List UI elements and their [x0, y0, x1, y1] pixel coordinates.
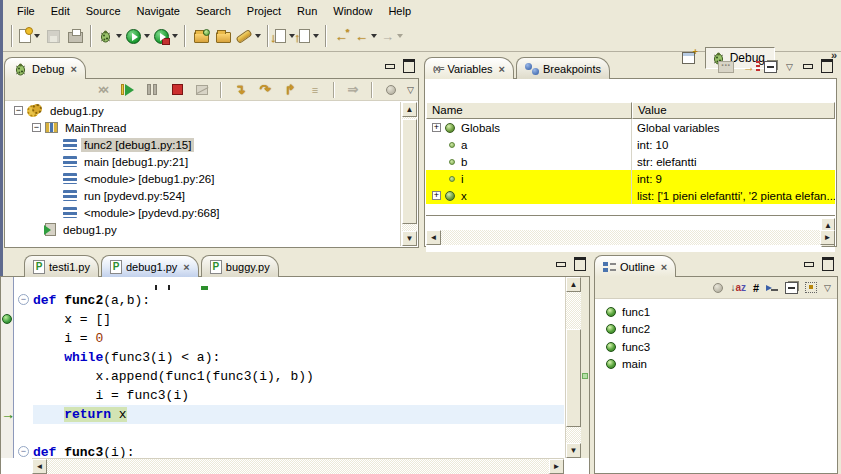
code-line[interactable]: def func3(i):: [33, 443, 564, 458]
remove-all-terminated-button[interactable]: ××: [93, 81, 111, 99]
expander-icon[interactable]: +: [432, 191, 441, 200]
menu-help[interactable]: Help: [380, 3, 419, 19]
step-into-button[interactable]: ↴: [231, 81, 249, 99]
show-logical-structure-icon[interactable]: →: [743, 60, 755, 74]
drop-to-frame-button[interactable]: ≡: [306, 81, 324, 99]
minimize-button[interactable]: [383, 59, 396, 70]
chevron-down-icon[interactable]: [255, 34, 261, 38]
menu-file[interactable]: File: [9, 3, 43, 19]
link-with-editor-icon[interactable]: [805, 282, 817, 293]
scroll-down-button[interactable]: ▼: [402, 231, 417, 246]
chevron-down-icon[interactable]: [144, 34, 150, 38]
outline-item-func2[interactable]: func2: [596, 321, 836, 339]
code-line[interactable]: x = []: [33, 310, 564, 329]
editor-tab-buggy-py[interactable]: Pbuggy.py: [201, 255, 279, 277]
debug-tree-row[interactable]: debug1.py: [6, 221, 400, 238]
variables-horizontal-scrollbar[interactable]: ◄ ►: [426, 229, 835, 245]
view-menu-icon[interactable]: ▽: [407, 85, 414, 95]
forward-button[interactable]: →: [379, 24, 405, 48]
chevron-down-icon[interactable]: [172, 34, 178, 38]
disconnect-button[interactable]: [193, 81, 211, 99]
open-resource-button[interactable]: [212, 24, 234, 48]
outline-misc-icon[interactable]: [713, 283, 723, 293]
maximize-button[interactable]: [821, 257, 834, 268]
close-icon[interactable]: ×: [183, 262, 189, 272]
debug-tree-row[interactable]: func2 [debug1.py:15]: [6, 136, 400, 153]
code-line[interactable]: x.append(func1(func3(i), b)): [33, 367, 564, 386]
code-line[interactable]: [33, 424, 564, 443]
debug-tree-scrollbar[interactable]: ▲ ▼: [400, 102, 417, 246]
code-line[interactable]: i = func3(i): [33, 386, 564, 405]
terminate-button[interactable]: [168, 81, 186, 99]
chevron-down-icon[interactable]: [116, 34, 122, 38]
column-header-name[interactable]: Name: [426, 102, 632, 119]
menu-edit[interactable]: Edit: [43, 3, 78, 19]
show-type-names-icon[interactable]: [718, 61, 734, 73]
run-button[interactable]: [124, 24, 152, 48]
code-line[interactable]: def func2(a,b):: [33, 291, 564, 310]
maximize-button[interactable]: [573, 257, 586, 268]
scroll-thumb[interactable]: [566, 329, 581, 427]
search-button[interactable]: [234, 24, 263, 48]
annotation-ruler[interactable]: →: [1, 277, 14, 458]
variable-row[interactable]: aint: 10: [426, 136, 835, 153]
chevron-down-icon[interactable]: [371, 34, 377, 38]
code-line[interactable]: while(func3(i) < a):: [33, 348, 564, 367]
tab-debug[interactable]: Debug ×: [4, 57, 86, 79]
scroll-left-button[interactable]: ◄: [32, 459, 47, 474]
column-header-value[interactable]: Value: [632, 102, 835, 119]
scroll-right-button[interactable]: ►: [549, 459, 564, 474]
menu-navigate[interactable]: Navigate: [129, 3, 188, 19]
hide-non-public-icon[interactable]: [766, 283, 778, 293]
overview-ruler[interactable]: [581, 277, 589, 458]
outline-item-main[interactable]: main: [596, 356, 836, 374]
scroll-track[interactable]: [47, 459, 549, 474]
previous-annotation-button[interactable]: ↑: [297, 24, 321, 48]
close-icon[interactable]: ×: [499, 64, 505, 74]
debug-tree-row[interactable]: main [debug1.py:21]: [6, 153, 400, 170]
step-over-button[interactable]: ↷: [256, 81, 274, 99]
chevron-down-icon[interactable]: [397, 34, 403, 38]
code-area[interactable]: def func2(a,b): x = [] i = 0 while(func3…: [33, 277, 564, 458]
debug-misc-button[interactable]: [382, 81, 400, 99]
scroll-right-button[interactable]: ►: [820, 230, 835, 245]
print-button[interactable]: [64, 24, 86, 48]
editor-horizontal-scrollbar[interactable]: ◄ ►: [32, 458, 564, 474]
menu-search[interactable]: Search: [188, 3, 239, 19]
minimize-button[interactable]: [802, 257, 815, 268]
tab-breakpoints[interactable]: Breakpoints: [516, 57, 610, 79]
expander-icon[interactable]: +: [432, 123, 441, 132]
variable-row[interactable]: +GlobalsGlobal variables: [426, 119, 835, 136]
debug-tree-row[interactable]: −MainThread: [6, 119, 400, 136]
editor-tab-testi1-py[interactable]: Ptesti1.py: [24, 255, 99, 277]
code-line[interactable]: return x: [33, 405, 564, 424]
last-edit-location-button[interactable]: ←*: [331, 24, 353, 48]
menu-window[interactable]: Window: [325, 3, 380, 19]
collapse-all-icon[interactable]: [785, 282, 798, 294]
debug-tree-row[interactable]: run [pydevd.py:524]: [6, 187, 400, 204]
editor-vertical-scrollbar[interactable]: ▲ ▼: [565, 277, 581, 458]
close-icon[interactable]: ×: [70, 64, 76, 74]
fold-minus-icon[interactable]: −: [18, 446, 29, 457]
scroll-up-button[interactable]: ▲: [402, 102, 417, 117]
step-filters-button[interactable]: ⇒: [344, 81, 362, 99]
outline-item-func3[interactable]: func3: [596, 338, 836, 356]
back-button[interactable]: ←: [353, 24, 379, 48]
collapse-all-icon[interactable]: [764, 61, 777, 73]
menu-source[interactable]: Source: [78, 3, 129, 19]
outline-item-func1[interactable]: func1: [596, 303, 836, 321]
menu-run[interactable]: Run: [289, 3, 325, 19]
view-menu-icon[interactable]: ▽: [786, 62, 793, 72]
new-button[interactable]: [17, 24, 42, 48]
tab-outline[interactable]: Outline ×: [594, 255, 676, 277]
open-type-button[interactable]: [190, 24, 212, 48]
view-menu-icon[interactable]: ▽: [824, 283, 831, 293]
maximize-button[interactable]: [820, 59, 833, 70]
variable-row[interactable]: iint: 9: [426, 170, 835, 187]
scroll-up-button[interactable]: ▲: [566, 277, 581, 292]
fold-minus-icon[interactable]: −: [18, 294, 29, 305]
folding-ruler[interactable]: −−: [15, 277, 32, 458]
external-tools-button[interactable]: [152, 24, 180, 48]
maximize-button[interactable]: [402, 59, 415, 70]
tab-variables[interactable]: (x)= Variables ×: [424, 57, 514, 79]
